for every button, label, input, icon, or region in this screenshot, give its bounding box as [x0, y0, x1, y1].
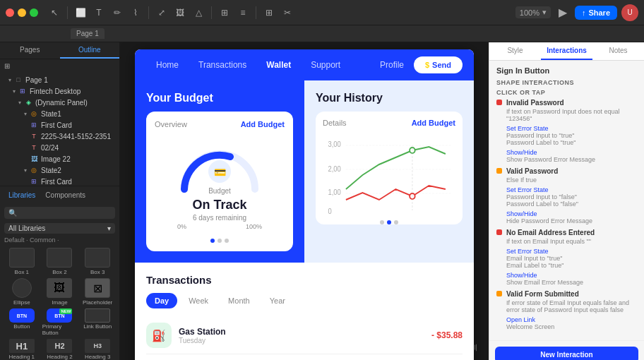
rp-tab-notes[interactable]: Notes	[592, 42, 644, 60]
gauge-labels: 0% 100%	[177, 223, 262, 230]
lib-items-grid: Box 1 Box 2 Box 3 Ellipse 🖼 Image ⊠ Plac…	[0, 245, 119, 308]
int4-desc: If error state of Email Input equals fal…	[506, 299, 637, 313]
lib-tab-components[interactable]: Components	[41, 189, 90, 201]
pen-tool[interactable]: ✏	[109, 5, 125, 20]
tree-firstcard2[interactable]: ⊞ First Card	[0, 176, 119, 186]
svg-text:1,00: 1,00	[328, 188, 342, 196]
lib-heading-h2[interactable]: H2 Heading 2	[42, 339, 78, 360]
gauge-container: 💳 Budget On Track 6 days remaining 0% 10…	[155, 134, 285, 236]
tree-cardnum1[interactable]: T 2225-3441-5152-2351	[0, 131, 119, 142]
image-tool[interactable]: 🖼	[172, 5, 188, 20]
tab-week[interactable]: Week	[180, 293, 217, 308]
canvas: Home Transactions Wallet Support Profile…	[120, 42, 489, 360]
frame-tool[interactable]: ⬜	[73, 5, 88, 20]
tree-dynpanel[interactable]: ▾ ◈ (Dynamic Panel)	[0, 97, 119, 108]
library-section: Libraries Components	[0, 186, 119, 204]
tab-outline[interactable]: Outline	[60, 42, 120, 59]
tree-img1[interactable]: 🖼 Image 22	[0, 153, 119, 164]
align-tool[interactable]: ≡	[235, 5, 251, 20]
frame-icon: ⊞	[18, 87, 27, 95]
layout-tool[interactable]: ⊞	[217, 5, 232, 20]
share-icon: ↑	[582, 8, 586, 17]
lib-item-button[interactable]: BTN Button	[4, 308, 40, 336]
tree-date1[interactable]: T 02/24	[0, 142, 119, 153]
lib-item-image[interactable]: 🖼 Image	[42, 278, 78, 306]
rp-main-section: Sign In Button SHAPE INTERACTIONS CLICK …	[489, 61, 644, 341]
lib-item-box2[interactable]: Box 2	[42, 248, 78, 275]
tree-state2[interactable]: ▾ ◎ State2	[0, 164, 119, 176]
close-button[interactable]	[6, 8, 14, 17]
send-icon: $	[425, 61, 429, 69]
lib-item-primary-btn[interactable]: NEW BTN Primary Button	[42, 308, 78, 336]
lib-select[interactable]: All Libraries ▾	[4, 223, 115, 234]
lib-thumb-box1	[9, 248, 35, 268]
int4-action1: Open Link Welcome Screen	[506, 316, 637, 330]
rp-tab-interactions[interactable]: Interactions	[541, 42, 592, 60]
nav-profile[interactable]: Profile	[370, 60, 414, 70]
tab-pages[interactable]: Pages	[0, 42, 60, 59]
rp-tab-style[interactable]: Style	[489, 42, 541, 60]
hist-dot-3	[394, 220, 398, 224]
scale-tool[interactable]: ⤢	[154, 5, 169, 20]
int3-title: No Email Address Entered	[506, 229, 595, 236]
filter-icon[interactable]: ⊞	[4, 62, 10, 70]
lib-thumb-image: 🖼	[47, 278, 72, 298]
maximize-button[interactable]	[30, 8, 38, 17]
play-button[interactable]: ▶	[555, 5, 571, 20]
send-button[interactable]: $ Send	[414, 56, 463, 73]
grid-tool[interactable]: ⊞	[261, 5, 277, 20]
caret-state1: ▾	[24, 111, 27, 117]
tab-day[interactable]: Day	[146, 293, 177, 308]
lib-heading-h1[interactable]: H1 Heading 1	[4, 339, 40, 360]
user-avatar[interactable]: U	[621, 4, 638, 21]
marker-tool[interactable]: ⌇	[128, 5, 143, 20]
dot-indicators	[155, 239, 285, 243]
lib-heading-h3[interactable]: H3 Heading 3	[80, 339, 115, 360]
lib-item-link-btn[interactable]: Link Button	[80, 308, 115, 336]
page-tab[interactable]: Page 1	[71, 28, 105, 39]
lib-item-ellipse[interactable]: Ellipse	[4, 278, 40, 306]
tree-page1[interactable]: ▾ □ Page 1	[0, 74, 119, 85]
tree-firstcard1[interactable]: ⊞ First Card	[0, 119, 119, 131]
new-interaction-button[interactable]: New Interaction	[495, 347, 638, 360]
sidebar-filter: ⊞	[0, 59, 119, 73]
chevron-down-icon: ▾	[107, 224, 111, 232]
lib-tab-libraries[interactable]: Libraries	[4, 189, 40, 201]
dot-red-2	[496, 229, 502, 235]
zoom-control[interactable]: 100% ▾	[515, 6, 551, 18]
tab-month[interactable]: Month	[220, 293, 258, 308]
lib-thumb-placeholder: ⊠	[85, 278, 110, 298]
tab-year[interactable]: Year	[261, 293, 294, 308]
share-button[interactable]: ↑ Share	[575, 6, 617, 20]
int1-title: Invalid Password	[506, 99, 637, 107]
nav-support[interactable]: Support	[301, 49, 350, 80]
rp-section-title: Sign In Button	[496, 66, 637, 75]
lib-item-box1[interactable]: Box 1	[4, 248, 40, 275]
lib-thumb-box3	[85, 248, 110, 268]
budget-label: Budget	[208, 187, 231, 195]
lib-item-box3[interactable]: Box 3	[80, 248, 115, 275]
add-budget-button[interactable]: Add Budget	[241, 120, 285, 128]
add-budget-history[interactable]: Add Budget	[412, 119, 455, 127]
transaction-gas: ⛽ Gas Station Tuesday - $35.88	[146, 317, 463, 354]
tree-fintech[interactable]: ▾ ⊞ Fintech Desktop	[0, 85, 119, 97]
crop-tool[interactable]: ✂	[280, 5, 295, 20]
lib-thumb-h2: H2	[47, 339, 72, 353]
nav-transactions[interactable]: Transactions	[189, 49, 256, 80]
gas-icon: ⛽	[146, 323, 172, 348]
shape-tool[interactable]: △	[191, 5, 206, 20]
interaction-invalid-pw: Invalid Password If text on Password Inp…	[496, 99, 637, 163]
lib-thumb-box2	[47, 248, 72, 268]
tree-state1[interactable]: ▾ ◎ State1	[0, 108, 119, 119]
lib-thumb-primary-btn: NEW BTN	[47, 308, 72, 323]
int4-title: Valid Form Submitted	[506, 290, 637, 298]
interaction-no-email: No Email Address Entered If text on Emai…	[496, 229, 637, 286]
nav-wallet[interactable]: Wallet	[256, 49, 301, 80]
select-tool[interactable]: ↖	[47, 5, 62, 20]
nav-home[interactable]: Home	[146, 49, 189, 80]
search-icon: 🔍	[8, 209, 17, 217]
minimize-button[interactable]	[18, 8, 26, 17]
text-tool[interactable]: T	[91, 5, 107, 20]
hist-dot-1	[380, 220, 384, 224]
lib-item-placeholder[interactable]: ⊠ Placeholder	[80, 278, 115, 306]
